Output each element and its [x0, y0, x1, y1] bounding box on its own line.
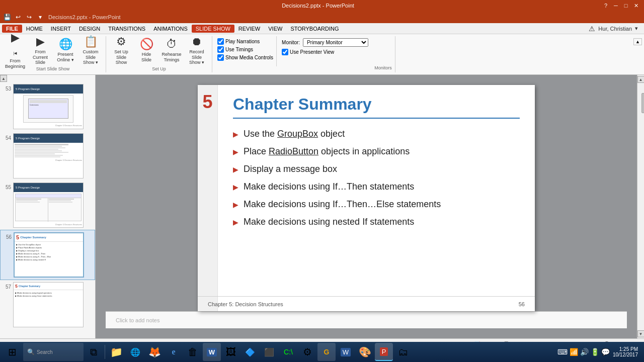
presenter-view-checkbox[interactable]: Use Presenter View	[282, 49, 368, 55]
ribbon-group-start-slideshow: ▶|◀ FromBeginning ▶ FromCurrent Slide 🌐 …	[0, 36, 106, 72]
bullet-arrow-6: ▶	[233, 218, 238, 226]
show-media-input[interactable]	[217, 54, 224, 61]
menu-bar: FILE HOME INSERT DESIGN TRANSITIONS ANIM…	[0, 23, 644, 34]
menu-storyboarding[interactable]: STORYBOARDING	[286, 25, 343, 33]
setup-show-button[interactable]: ⚙ Set UpSlide Show	[109, 36, 133, 64]
save-quick-button[interactable]: 💾	[2, 12, 12, 22]
record-slideshow-button[interactable]: ⏺ Record SlideShow ▾	[185, 36, 209, 64]
slide-footer: Chapter 5: Decision Structures 56	[198, 296, 535, 311]
taskbar-app-file-explorer[interactable]: 📁	[107, 343, 125, 361]
rehearse-timings-button[interactable]: ⏱ RehearseTimings	[159, 36, 184, 64]
monitors-group-label: Monitors	[374, 64, 392, 71]
taskbar-app-ie[interactable]: e	[165, 343, 183, 361]
custom-slideshow-icon: 📋	[84, 35, 98, 48]
setup-show-label: Set UpSlide Show	[111, 49, 132, 65]
rehearse-timings-icon: ⏱	[166, 38, 177, 51]
taskbar-app-g[interactable]: G	[317, 343, 336, 361]
taskbar-app-powerpoint[interactable]: P	[375, 343, 393, 361]
start-button[interactable]: ⊞	[2, 343, 22, 361]
present-online-button[interactable]: 🌐 PresentOnline ▾	[53, 36, 77, 64]
ribbon: ▶|◀ FromBeginning ▶ FromCurrent Slide 🌐 …	[0, 34, 644, 75]
from-beginning-button[interactable]: ▶|◀ FromBeginning	[3, 36, 27, 64]
user-dropdown-icon[interactable]: ▾	[635, 25, 638, 32]
tray-volume-icon[interactable]: 🔊	[580, 348, 589, 356]
tray-network-icon[interactable]: 📶	[570, 348, 578, 356]
slide-container[interactable]: 5 Chapter Summary ▶ Use the GroupBox obj…	[198, 85, 535, 311]
slide-thumb-53[interactable]: 53 5 Program Design Content area Chapter…	[0, 82, 95, 131]
taskbar-app-recycle[interactable]: 🗑	[184, 343, 202, 361]
taskbar-app-chrome[interactable]: 🌐	[126, 343, 144, 361]
taskbar-app-vs[interactable]: 🔷	[241, 343, 259, 361]
slide-footer-right: 56	[519, 301, 525, 307]
taskbar-app-finder[interactable]: 🗂	[394, 343, 412, 361]
presenter-view-input[interactable]	[282, 49, 288, 55]
bullet-list: ▶ Use the GroupBox object ▶ Place RadioB…	[233, 129, 520, 227]
taskbar: ⊞ 🔍 Search ⧉ 📁 🌐 🦊 e 🗑 W 🖼 🔷 ⬛ C:\ ⚙ G W…	[0, 342, 644, 362]
taskbar-app-word2[interactable]: W	[337, 343, 355, 361]
slide-panel: ▲ 53 5 Program Design Content area Chapt…	[0, 75, 96, 338]
panel-scroll-up[interactable]: ▲	[0, 75, 7, 82]
menu-design[interactable]: DESIGN	[75, 25, 104, 33]
setup-group-label: Set Up	[109, 65, 209, 72]
show-media-checkbox[interactable]: Show Media Controls	[217, 54, 273, 61]
hide-slide-button[interactable]: 🚫 HideSlide	[134, 36, 158, 64]
minimize-button[interactable]: ─	[612, 2, 620, 10]
ribbon-collapse-button[interactable]: ▲	[633, 38, 642, 45]
slide-thumb-54[interactable]: 54 5 Program Design Chapter 5 Decision S…	[0, 131, 95, 180]
menu-transitions[interactable]: TRANSITIONS	[104, 25, 149, 33]
right-scroll-down[interactable]: ▼	[637, 330, 645, 337]
bullet-text-2: Place RadioButton objects in application…	[244, 146, 410, 157]
monitor-label: Monitor:	[282, 40, 300, 45]
clock-time: 1:25 PM	[613, 346, 638, 352]
taskbar-app-search[interactable]: 🔍 Search	[23, 343, 84, 361]
bullet-arrow-2: ▶	[233, 148, 238, 156]
taskbar-app-vscode[interactable]: ⬛	[260, 343, 278, 361]
taskbar-app-word[interactable]: W	[203, 343, 221, 361]
right-scroll-up[interactable]: ▲	[637, 76, 645, 83]
slide-img-53: 5 Program Design Content area Chapter 5 …	[13, 84, 84, 129]
play-narrations-checkbox[interactable]: Play Narrations	[217, 38, 273, 45]
menu-review[interactable]: REVIEW	[234, 25, 264, 33]
slide-thumb-57[interactable]: 57 5 Chapter Summary ▶ Make decisions us…	[0, 280, 95, 329]
menu-slideshow[interactable]: SLIDE SHOW	[192, 25, 234, 33]
slide-img-57: 5 Chapter Summary ▶ Make decisions using…	[13, 282, 84, 327]
taskbar-app-task-view[interactable]: ⧉	[85, 343, 103, 361]
slide-img-54: 5 Program Design Chapter 5 Decision Stru…	[13, 133, 84, 178]
undo-quick-button[interactable]: ↩	[13, 12, 23, 22]
window-controls: ? ─ □ ✕	[602, 2, 640, 10]
tray-action-icon[interactable]: 💬	[601, 348, 610, 356]
right-scroll-thumb[interactable]	[641, 93, 645, 113]
menu-animations[interactable]: ANIMATIONS	[149, 25, 192, 33]
notes-area[interactable]: Click to add notes	[106, 311, 627, 328]
bullet-item-5: ▶ Make decisions using If…Then…Else stat…	[233, 199, 520, 210]
monitor-select[interactable]: Primary Monitor	[303, 38, 368, 47]
custom-slideshow-button[interactable]: 📋 Custom SlideShow ▾	[78, 36, 103, 64]
restore-button[interactable]: □	[622, 2, 630, 10]
from-current-button[interactable]: ▶ FromCurrent Slide	[28, 36, 52, 64]
menu-home[interactable]: HOME	[22, 25, 47, 33]
menu-view[interactable]: VIEW	[264, 25, 286, 33]
taskbar-app-paint[interactable]: 🎨	[356, 343, 374, 361]
ribbon-checkboxes: Play Narrations Use Timings Show Media C…	[215, 36, 275, 72]
slide-thumb-56[interactable]: 56 5 Chapter Summary ▶ Use the GroupBox …	[0, 230, 95, 280]
taskbar-app-photos[interactable]: 🖼	[222, 343, 240, 361]
help-button[interactable]: ?	[602, 2, 610, 10]
close-button[interactable]: ✕	[632, 2, 640, 10]
taskbar-app-settings[interactable]: ⚙	[298, 343, 316, 361]
tray-battery-icon[interactable]: 🔋	[591, 348, 599, 356]
menu-insert[interactable]: INSERT	[47, 25, 75, 33]
customize-quick-button[interactable]: ▾	[35, 12, 45, 22]
slide-thumb-55[interactable]: 55 5 Program Design	[0, 180, 95, 230]
monitor-row: Monitor: Primary Monitor	[282, 38, 368, 47]
play-narrations-input[interactable]	[217, 38, 224, 45]
taskbar-app-firefox[interactable]: 🦊	[145, 343, 164, 361]
taskbar-clock[interactable]: 1:25 PM 10/12/2017	[613, 346, 638, 357]
tray-keyboard-icon[interactable]: ⌨	[557, 348, 568, 356]
use-timings-checkbox[interactable]: Use Timings	[217, 46, 273, 53]
taskbar-app-terminal[interactable]: C:\	[279, 343, 297, 361]
bullet-item-4: ▶ Make decisions using If…Then statement…	[233, 182, 520, 192]
bullet-text-6: Make decisions using nested If statement…	[244, 217, 414, 227]
redo-quick-button[interactable]: ↪	[24, 12, 34, 22]
use-timings-input[interactable]	[217, 46, 224, 53]
ribbon-collapse: ▲	[633, 36, 644, 72]
